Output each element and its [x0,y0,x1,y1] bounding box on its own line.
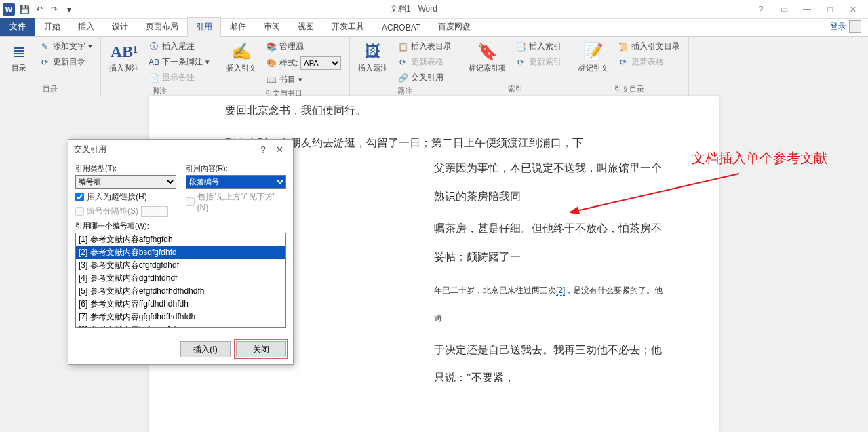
insert-endnote-button[interactable]: ⓘ插入尾注 [146,39,212,54]
login-label: 登录 [830,21,846,33]
citation-ref[interactable]: [2] [556,286,565,296]
mark-entry-icon: 🔖 [477,41,498,62]
list-item[interactable]: [8] 参考文献内容hsfgasgfahgag [76,323,285,328]
ribbon: ≣ 目录 ✎添加文字 ▾ ⟳更新目录 目录 AB¹ 插入脚注 ⓘ插入尾注 AB下… [0,37,868,96]
separator-input [141,206,168,217]
insert-footnote-button[interactable]: AB¹ 插入脚注 [106,39,142,85]
add-text-button[interactable]: ✎添加文字 ▾ [37,39,95,54]
help-icon[interactable]: ? [753,5,769,14]
word-icon: W [3,3,15,16]
tab-developer[interactable]: 开发工具 [323,17,373,36]
biblio-icon: 📖 [266,75,277,85]
file-tab[interactable]: 文件 [0,18,35,36]
mark-citation-button[interactable]: 📝 标记引文 [576,39,611,83]
insert-toa-icon: 📜 [618,41,629,52]
tab-layout[interactable]: 页面布局 [137,17,187,36]
ribbon-tabs: 文件 开始 插入 设计 页面布局 引用 邮件 审阅 视图 开发工具 ACROBA… [0,19,868,37]
redo-icon[interactable]: ↷ [49,4,60,15]
update-index-button[interactable]: ⟳更新索引 [513,55,564,69]
insert-button[interactable]: 插入(I) [180,341,231,357]
update-toa-button[interactable]: ⟳更新表格 [615,55,683,69]
group-index: 🔖 标记索引项 📑插入索引 ⟳更新索引 索引 [460,37,570,96]
annotation-text: 文档插入单个参考文献 [692,149,827,168]
insert-index-icon: 📑 [515,41,526,52]
update-toc-button[interactable]: ⟳更新目录 [37,55,95,69]
window-title: 文档1 - Word [75,3,753,15]
ribbon-collapse-icon[interactable]: ▭ [776,5,792,14]
tab-view[interactable]: 视图 [289,17,323,36]
include-above-checkbox[interactable]: 包括"见上方"/"见下方"(N) [186,191,287,212]
style-icon: 🎨 [266,58,277,68]
toc-icon: ≣ [8,41,30,62]
separator-checkbox[interactable]: 编号分隔符(S) [75,205,176,217]
update-icon: ⟳ [39,57,50,68]
show-notes-icon: 📄 [149,73,159,83]
dialog-close-icon[interactable]: ✕ [271,144,288,155]
tab-references[interactable]: 引用 [187,17,221,37]
cross-reference-button[interactable]: 🔗交叉引用 [395,71,454,85]
update-toa-icon: ⟳ [618,57,629,68]
close-button[interactable]: 关闭 [236,341,286,357]
list-item[interactable]: [6] 参考文献内容ffgfdhdhdhfdh [76,298,285,311]
undo-icon[interactable]: ↶ [34,4,45,15]
maximize-icon[interactable]: □ [822,5,838,14]
paragraph: 要回北京念书，我们便同行。 [203,96,665,125]
insert-tof-button[interactable]: 📋插入表目录 [395,39,454,54]
update-table-button[interactable]: ⟳更新表格 [395,55,454,69]
minimize-icon[interactable]: — [799,5,815,14]
group-captions: 🖼 插入题注 📋插入表目录 ⟳更新表格 🔗交叉引用 题注 [350,37,460,96]
citation-style[interactable]: 🎨样式: APA [263,55,344,71]
insert-caption-button[interactable]: 🖼 插入题注 [355,39,391,85]
mark-entry-button[interactable]: 🔖 标记索引项 [466,39,509,83]
style-select[interactable]: APA [300,56,341,70]
tab-review[interactable]: 审阅 [255,17,289,36]
login-link[interactable]: 登录 [823,17,868,36]
hyperlink-checkbox[interactable]: 插入为超链接(H) [75,191,176,203]
paragraph: 江，进了车站。我买票，他忙着照看行李。行李太多了，得向脚夫 [203,426,665,432]
list-item[interactable]: [5] 参考文献内容efgfdhdfhdfhdhdfh [76,285,285,298]
next-footnote-button[interactable]: AB下一条脚注 ▾ [146,55,212,69]
list-item[interactable]: [1] 参考文献内容afgfhgfdh [76,233,285,246]
save-icon[interactable]: 💾 [19,4,30,15]
insert-citation-button[interactable]: ✍ 插入引文 [224,39,259,87]
list-item[interactable]: [4] 参考文献内容dgfdhfdhdf [76,272,285,285]
tab-baidu[interactable]: 百度网盘 [429,17,479,36]
reference-listbox[interactable]: [1] 参考文献内容afgfhgfdh [2] 参考文献内容bsqfgfdhfd… [75,233,286,328]
manage-sources-button[interactable]: 📚管理源 [263,39,344,54]
group-label: 目录 [5,83,95,94]
tab-design[interactable]: 设计 [103,17,137,36]
group-label: 引文目录 [576,83,683,94]
group-footnotes: AB¹ 插入脚注 ⓘ插入尾注 AB下一条脚注 ▾ 📄显示备注 脚注 [101,37,218,96]
refcontent-select[interactable]: 段落编号 [186,175,287,189]
dialog-titlebar[interactable]: 交叉引用 ? ✕ [68,140,293,159]
dialog-help-icon[interactable]: ? [255,144,271,155]
reftype-label: 引用类型(T): [75,163,176,174]
group-label: 题注 [355,85,454,96]
reftype-select[interactable]: 编号项 [75,175,176,189]
bibliography-button[interactable]: 📖书目 ▾ [263,73,344,87]
insert-toa-button[interactable]: 📜插入引文目录 [615,39,683,54]
list-item[interactable]: [3] 参考文献内容cfgfdgfdhdf [76,259,285,272]
list-item[interactable]: [2] 参考文献内容bsqfgfdhfd [76,246,285,259]
sources-icon: 📚 [266,41,277,52]
tab-home[interactable]: 开始 [35,17,69,36]
endnote-icon: ⓘ [149,41,159,52]
citation-icon: ✍ [231,41,252,62]
footnote-icon: AB¹ [113,41,135,62]
list-item[interactable]: [7] 参考文献内容gfgfdhdfhdfhfdh [76,311,285,323]
insert-index-button[interactable]: 📑插入索引 [513,39,564,54]
tab-acrobat[interactable]: ACROBAT [373,19,429,36]
group-label: 脚注 [106,85,212,96]
close-icon[interactable]: ✕ [845,5,861,14]
quick-access-toolbar: W 💾 ↶ ↷ ▾ [0,3,75,16]
tab-insert[interactable]: 插入 [69,17,103,36]
window-controls: ? ▭ — □ ✕ [753,5,868,14]
tab-mailings[interactable]: 邮件 [221,17,255,36]
refcontent-label: 引用内容(R): [186,163,287,174]
qat-dropdown-icon[interactable]: ▾ [64,4,75,15]
show-notes-button[interactable]: 📄显示备注 [146,71,212,85]
mark-citation-icon: 📝 [583,41,604,62]
group-toa: 📝 标记引文 📜插入引文目录 ⟳更新表格 引文目录 [570,37,689,96]
update-index-icon: ⟳ [515,57,526,68]
toc-button[interactable]: ≣ 目录 [5,39,33,83]
